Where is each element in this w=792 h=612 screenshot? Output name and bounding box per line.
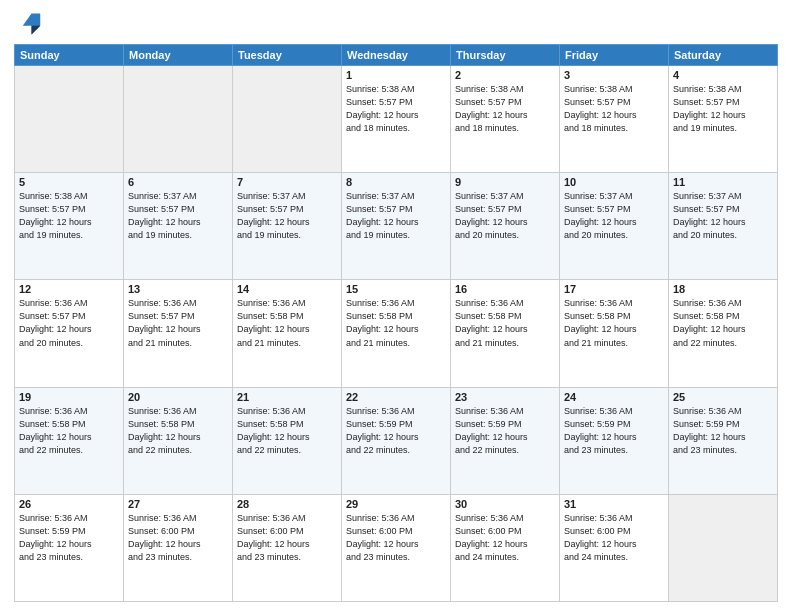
day-number: 20	[128, 391, 228, 403]
header	[14, 10, 778, 38]
day-info: Sunrise: 5:36 AMSunset: 6:00 PMDaylight:…	[346, 512, 446, 564]
calendar-day-cell: 13Sunrise: 5:36 AMSunset: 5:57 PMDayligh…	[124, 280, 233, 387]
calendar-day-cell: 29Sunrise: 5:36 AMSunset: 6:00 PMDayligh…	[342, 494, 451, 601]
calendar-header-row: SundayMondayTuesdayWednesdayThursdayFrid…	[15, 45, 778, 66]
calendar-day-header: Saturday	[669, 45, 778, 66]
calendar-day-cell: 24Sunrise: 5:36 AMSunset: 5:59 PMDayligh…	[560, 387, 669, 494]
day-info: Sunrise: 5:36 AMSunset: 5:58 PMDaylight:…	[346, 297, 446, 349]
day-number: 23	[455, 391, 555, 403]
day-info: Sunrise: 5:36 AMSunset: 5:58 PMDaylight:…	[19, 405, 119, 457]
calendar-day-cell: 20Sunrise: 5:36 AMSunset: 5:58 PMDayligh…	[124, 387, 233, 494]
calendar-day-cell: 11Sunrise: 5:37 AMSunset: 5:57 PMDayligh…	[669, 173, 778, 280]
day-number: 1	[346, 69, 446, 81]
day-number: 7	[237, 176, 337, 188]
day-info: Sunrise: 5:36 AMSunset: 5:59 PMDaylight:…	[346, 405, 446, 457]
day-info: Sunrise: 5:36 AMSunset: 6:00 PMDaylight:…	[564, 512, 664, 564]
calendar-day-cell	[669, 494, 778, 601]
day-info: Sunrise: 5:37 AMSunset: 5:57 PMDaylight:…	[128, 190, 228, 242]
day-number: 19	[19, 391, 119, 403]
calendar-day-header: Wednesday	[342, 45, 451, 66]
day-info: Sunrise: 5:37 AMSunset: 5:57 PMDaylight:…	[673, 190, 773, 242]
calendar-week-row: 26Sunrise: 5:36 AMSunset: 5:59 PMDayligh…	[15, 494, 778, 601]
day-number: 6	[128, 176, 228, 188]
day-info: Sunrise: 5:36 AMSunset: 5:57 PMDaylight:…	[128, 297, 228, 349]
calendar-day-header: Sunday	[15, 45, 124, 66]
calendar-day-cell: 25Sunrise: 5:36 AMSunset: 5:59 PMDayligh…	[669, 387, 778, 494]
day-info: Sunrise: 5:36 AMSunset: 6:00 PMDaylight:…	[128, 512, 228, 564]
day-info: Sunrise: 5:37 AMSunset: 5:57 PMDaylight:…	[346, 190, 446, 242]
day-info: Sunrise: 5:36 AMSunset: 5:59 PMDaylight:…	[564, 405, 664, 457]
calendar-day-cell: 1Sunrise: 5:38 AMSunset: 5:57 PMDaylight…	[342, 66, 451, 173]
day-number: 30	[455, 498, 555, 510]
day-info: Sunrise: 5:36 AMSunset: 5:57 PMDaylight:…	[19, 297, 119, 349]
day-number: 26	[19, 498, 119, 510]
calendar-day-cell: 16Sunrise: 5:36 AMSunset: 5:58 PMDayligh…	[451, 280, 560, 387]
day-info: Sunrise: 5:37 AMSunset: 5:57 PMDaylight:…	[237, 190, 337, 242]
calendar-day-cell: 19Sunrise: 5:36 AMSunset: 5:58 PMDayligh…	[15, 387, 124, 494]
day-info: Sunrise: 5:38 AMSunset: 5:57 PMDaylight:…	[673, 83, 773, 135]
day-number: 11	[673, 176, 773, 188]
day-info: Sunrise: 5:37 AMSunset: 5:57 PMDaylight:…	[455, 190, 555, 242]
logo	[14, 10, 46, 38]
day-info: Sunrise: 5:36 AMSunset: 5:59 PMDaylight:…	[673, 405, 773, 457]
calendar-day-cell: 10Sunrise: 5:37 AMSunset: 5:57 PMDayligh…	[560, 173, 669, 280]
calendar-day-cell: 9Sunrise: 5:37 AMSunset: 5:57 PMDaylight…	[451, 173, 560, 280]
day-number: 25	[673, 391, 773, 403]
calendar-week-row: 1Sunrise: 5:38 AMSunset: 5:57 PMDaylight…	[15, 66, 778, 173]
calendar-day-cell: 18Sunrise: 5:36 AMSunset: 5:58 PMDayligh…	[669, 280, 778, 387]
calendar-day-header: Friday	[560, 45, 669, 66]
calendar-day-cell	[124, 66, 233, 173]
day-info: Sunrise: 5:36 AMSunset: 5:58 PMDaylight:…	[564, 297, 664, 349]
calendar-day-cell: 31Sunrise: 5:36 AMSunset: 6:00 PMDayligh…	[560, 494, 669, 601]
day-number: 28	[237, 498, 337, 510]
logo-icon	[14, 10, 42, 38]
day-number: 4	[673, 69, 773, 81]
calendar-day-cell: 30Sunrise: 5:36 AMSunset: 6:00 PMDayligh…	[451, 494, 560, 601]
day-info: Sunrise: 5:36 AMSunset: 5:59 PMDaylight:…	[455, 405, 555, 457]
day-info: Sunrise: 5:36 AMSunset: 5:58 PMDaylight:…	[128, 405, 228, 457]
calendar-day-cell	[15, 66, 124, 173]
calendar-week-row: 5Sunrise: 5:38 AMSunset: 5:57 PMDaylight…	[15, 173, 778, 280]
day-info: Sunrise: 5:36 AMSunset: 6:00 PMDaylight:…	[455, 512, 555, 564]
calendar-day-cell: 23Sunrise: 5:36 AMSunset: 5:59 PMDayligh…	[451, 387, 560, 494]
day-number: 27	[128, 498, 228, 510]
calendar-day-cell: 2Sunrise: 5:38 AMSunset: 5:57 PMDaylight…	[451, 66, 560, 173]
day-number: 29	[346, 498, 446, 510]
calendar-day-cell: 4Sunrise: 5:38 AMSunset: 5:57 PMDaylight…	[669, 66, 778, 173]
calendar-day-cell: 15Sunrise: 5:36 AMSunset: 5:58 PMDayligh…	[342, 280, 451, 387]
day-info: Sunrise: 5:38 AMSunset: 5:57 PMDaylight:…	[19, 190, 119, 242]
day-number: 24	[564, 391, 664, 403]
day-number: 16	[455, 283, 555, 295]
calendar-week-row: 19Sunrise: 5:36 AMSunset: 5:58 PMDayligh…	[15, 387, 778, 494]
calendar-day-cell: 17Sunrise: 5:36 AMSunset: 5:58 PMDayligh…	[560, 280, 669, 387]
calendar-day-cell	[233, 66, 342, 173]
day-number: 22	[346, 391, 446, 403]
day-number: 18	[673, 283, 773, 295]
day-number: 2	[455, 69, 555, 81]
day-number: 21	[237, 391, 337, 403]
day-number: 10	[564, 176, 664, 188]
calendar-day-header: Thursday	[451, 45, 560, 66]
day-number: 31	[564, 498, 664, 510]
calendar-day-cell: 27Sunrise: 5:36 AMSunset: 6:00 PMDayligh…	[124, 494, 233, 601]
day-info: Sunrise: 5:36 AMSunset: 5:58 PMDaylight:…	[237, 405, 337, 457]
calendar-day-cell: 14Sunrise: 5:36 AMSunset: 5:58 PMDayligh…	[233, 280, 342, 387]
day-number: 12	[19, 283, 119, 295]
day-number: 3	[564, 69, 664, 81]
calendar-table: SundayMondayTuesdayWednesdayThursdayFrid…	[14, 44, 778, 602]
calendar-day-cell: 5Sunrise: 5:38 AMSunset: 5:57 PMDaylight…	[15, 173, 124, 280]
calendar-day-cell: 3Sunrise: 5:38 AMSunset: 5:57 PMDaylight…	[560, 66, 669, 173]
calendar-day-cell: 26Sunrise: 5:36 AMSunset: 5:59 PMDayligh…	[15, 494, 124, 601]
day-info: Sunrise: 5:36 AMSunset: 5:58 PMDaylight:…	[673, 297, 773, 349]
calendar-day-cell: 8Sunrise: 5:37 AMSunset: 5:57 PMDaylight…	[342, 173, 451, 280]
calendar-day-cell: 7Sunrise: 5:37 AMSunset: 5:57 PMDaylight…	[233, 173, 342, 280]
day-info: Sunrise: 5:36 AMSunset: 5:58 PMDaylight:…	[237, 297, 337, 349]
calendar-day-cell: 12Sunrise: 5:36 AMSunset: 5:57 PMDayligh…	[15, 280, 124, 387]
day-number: 15	[346, 283, 446, 295]
calendar-day-cell: 21Sunrise: 5:36 AMSunset: 5:58 PMDayligh…	[233, 387, 342, 494]
calendar-week-row: 12Sunrise: 5:36 AMSunset: 5:57 PMDayligh…	[15, 280, 778, 387]
svg-marker-1	[32, 26, 41, 35]
day-info: Sunrise: 5:37 AMSunset: 5:57 PMDaylight:…	[564, 190, 664, 242]
day-info: Sunrise: 5:38 AMSunset: 5:57 PMDaylight:…	[455, 83, 555, 135]
day-number: 9	[455, 176, 555, 188]
